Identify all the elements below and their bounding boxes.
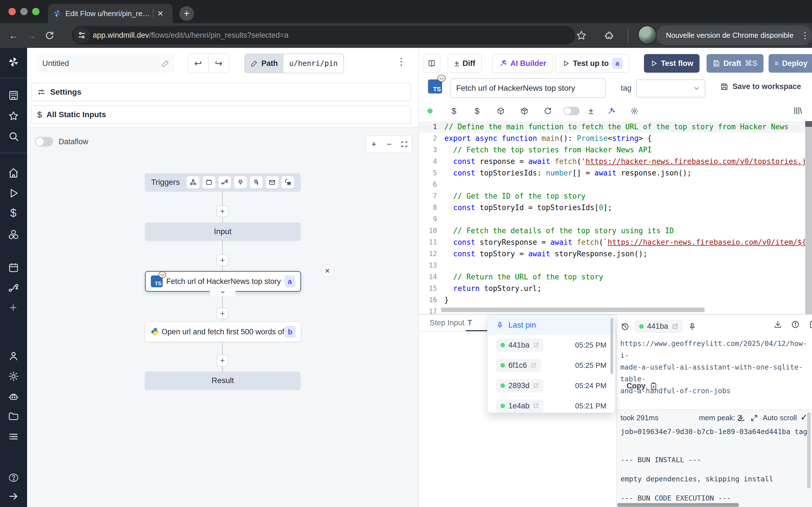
close-window-button[interactable] <box>8 8 16 15</box>
editor-toggle[interactable] <box>563 107 580 115</box>
search-icon[interactable] <box>8 131 19 142</box>
code-editor[interactable]: 1// Define the main function to fetch th… <box>419 121 805 314</box>
step-node-b[interactable]: Open url and fetch first 500 words of ..… <box>145 322 301 342</box>
tab-test-partial[interactable]: T <box>467 319 472 327</box>
workspace-building-icon[interactable] <box>8 90 19 101</box>
resources-cubes-icon[interactable] <box>8 229 19 240</box>
flow-more-kebab-icon[interactable]: ⋮ <box>396 56 406 67</box>
routes-icon[interactable] <box>8 282 19 293</box>
ai-builder-button[interactable]: AI Builder <box>492 54 553 73</box>
profile-avatar[interactable] <box>638 25 657 45</box>
windmill-logo-icon[interactable] <box>8 56 19 68</box>
tag-select[interactable] <box>636 79 705 98</box>
external-link-icon[interactable] <box>533 403 539 409</box>
step-title-input[interactable]: Fetch url of HackerNews top story <box>450 78 606 98</box>
runs-play-icon[interactable] <box>8 187 19 199</box>
flow-preview-book-button[interactable] <box>423 54 441 73</box>
reload-deps-icon[interactable] <box>536 107 559 115</box>
address-bar[interactable]: app.windmill.dev/flows/edit/u/henri/pin_… <box>72 26 575 45</box>
copy-button[interactable]: Copy <box>626 382 658 390</box>
edit-pencil-icon[interactable] <box>161 59 170 68</box>
download-result-icon[interactable] <box>774 320 782 329</box>
clipboard-icon[interactable] <box>809 320 812 329</box>
zoom-window-button[interactable] <box>32 8 40 15</box>
expand-logs-icon[interactable] <box>750 414 758 422</box>
add-step-button-2[interactable] <box>216 255 229 266</box>
triggers-bar[interactable]: Triggers <box>145 173 301 191</box>
dropdown-scrollbar[interactable] <box>610 318 613 374</box>
auto-scroll-check-icon[interactable]: ✓ <box>801 412 808 422</box>
home-icon[interactable] <box>8 167 19 179</box>
workers-robot-icon[interactable] <box>8 391 19 402</box>
add-step-button-3[interactable] <box>216 307 229 320</box>
save-to-workspace-button[interactable]: Save to workspace <box>720 82 801 91</box>
step-a-collapse-chevron[interactable] <box>210 288 236 297</box>
minimize-window-button[interactable] <box>20 8 28 15</box>
test-flow-button[interactable]: Test flow <box>644 54 700 73</box>
all-static-inputs-card[interactable]: $ All Static Inputs <box>31 105 411 124</box>
add-plus-icon[interactable]: + <box>8 301 17 314</box>
email-trigger-icon[interactable] <box>266 176 278 188</box>
external-link-icon[interactable] <box>672 323 678 330</box>
logs-vscrollbar[interactable] <box>807 412 811 489</box>
last-pin-header[interactable]: Last pin <box>488 315 615 335</box>
external-link-icon[interactable] <box>533 342 539 348</box>
zoom-in-button[interactable]: + <box>366 136 382 152</box>
download-logs-icon[interactable] <box>737 414 745 422</box>
result-node[interactable]: Result <box>145 372 301 390</box>
code-vscrollbar[interactable] <box>805 121 812 314</box>
dataflow-toggle[interactable] <box>35 137 53 147</box>
settings-gear-icon[interactable] <box>8 371 19 382</box>
auto-scroll-label[interactable]: Auto scroll <box>763 413 797 422</box>
folders-icon[interactable] <box>8 411 19 422</box>
diff-mode-icon[interactable]: ± <box>582 106 599 116</box>
reload-icon[interactable] <box>41 31 59 40</box>
flow-graph-canvas[interactable]: Dataflow + − Triggers <box>27 127 418 507</box>
zoom-out-button[interactable]: − <box>382 136 397 152</box>
variable-picker-icon[interactable]: $ <box>443 106 465 116</box>
pin-item-441ba[interactable]: 441ba 05:25 PM <box>488 335 615 355</box>
schedule-trigger-icon[interactable] <box>202 176 215 188</box>
logs-panel[interactable]: took 291ms mem peak: 2 Auto scroll ✓ job… <box>617 409 812 507</box>
back-icon[interactable]: ← <box>4 30 22 41</box>
capture-trigger-icon[interactable] <box>282 176 294 188</box>
route-trigger-icon[interactable] <box>218 176 231 188</box>
external-link-icon[interactable] <box>533 383 539 389</box>
redo-button[interactable]: ↪ <box>208 54 229 73</box>
fit-view-button[interactable] <box>397 136 412 152</box>
event-plug-trigger-icon[interactable] <box>250 176 263 188</box>
close-tab-icon[interactable]: ✕ <box>157 9 163 18</box>
bookmark-star-icon[interactable] <box>576 30 587 41</box>
flow-name-input[interactable]: Untitled <box>37 54 175 73</box>
draft-button[interactable]: Draft ⌘S <box>707 54 763 73</box>
input-node[interactable]: Input <box>145 223 301 240</box>
favorites-star-icon[interactable] <box>8 110 19 122</box>
pin-icon[interactable] <box>688 322 696 331</box>
pin-item-6f1c6[interactable]: 6f1c6 05:25 PM <box>488 355 615 376</box>
undo-button[interactable]: ↩ <box>188 54 208 73</box>
diff-button[interactable]: ± Diff <box>448 54 482 73</box>
extensions-icon[interactable] <box>604 30 615 41</box>
library-panel-icon[interactable] <box>793 106 802 115</box>
logs-hscrollbar[interactable] <box>617 503 739 507</box>
forward-icon[interactable]: → <box>22 30 41 41</box>
webhook-trigger-icon[interactable] <box>187 176 200 188</box>
path-chip[interactable]: Path u/henri/pin <box>245 54 344 73</box>
new-tab-button[interactable]: + <box>179 6 194 21</box>
test-up-to-button[interactable]: Test up to a <box>555 54 629 73</box>
kafka-plug-trigger-icon[interactable] <box>234 176 247 188</box>
job-id-pill[interactable]: 441ba <box>635 320 683 333</box>
add-step-button-4[interactable] <box>216 355 229 367</box>
history-icon[interactable] <box>620 322 629 331</box>
help-icon[interactable] <box>8 472 19 483</box>
external-link-icon[interactable] <box>530 362 537 369</box>
chrome-menu-kebab-icon[interactable]: ⋮ <box>801 31 809 40</box>
editor-settings-gear-icon[interactable] <box>623 107 646 115</box>
browser-tab[interactable]: Edit Flow u/henri/pin_results ✕ <box>48 4 172 23</box>
audit-logs-list-icon[interactable] <box>8 431 19 442</box>
info-icon[interactable] <box>791 320 800 329</box>
schedules-calendar-icon[interactable] <box>8 262 19 273</box>
tab-step-input[interactable]: Step Input <box>430 319 464 327</box>
variables-dollar-icon[interactable]: $ <box>8 207 16 219</box>
pin-item-1e4ab[interactable]: 1e4ab 05:21 PM <box>488 396 615 413</box>
